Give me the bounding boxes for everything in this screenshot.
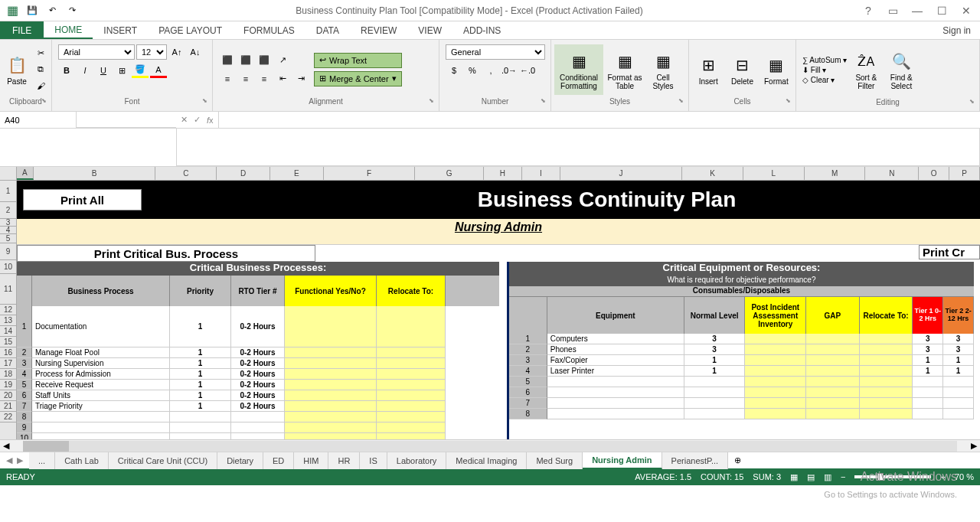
equipment-row[interactable]: 5 <box>509 377 974 387</box>
underline-icon[interactable]: U <box>95 63 112 78</box>
italic-icon[interactable]: I <box>77 63 93 78</box>
process-row[interactable]: 7Triage Priority10-2 Hours <box>17 401 499 412</box>
tab-review[interactable]: REVIEW <box>350 21 407 39</box>
row-header-2[interactable]: 2 <box>0 202 16 219</box>
format-painter-icon[interactable]: 🖌 <box>32 78 49 93</box>
sort-filter-button[interactable]: ẐASort & Filter <box>850 44 882 95</box>
sheet-tab-critical-care-unit-ccu-[interactable]: Critical Care Unit (CCU) <box>109 452 217 469</box>
row-header-10[interactable]: 10 <box>0 260 16 274</box>
zoom-out-icon[interactable]: − <box>841 472 845 481</box>
font-name-select[interactable]: Arial <box>58 44 135 60</box>
tab-home[interactable]: HOME <box>44 21 93 39</box>
fx-icon[interactable]: fx <box>207 116 214 125</box>
row-header-22[interactable]: 22 <box>0 412 16 422</box>
print-critical-equipment-button[interactable]: Print Cr <box>919 245 980 259</box>
percent-icon[interactable]: % <box>464 63 481 78</box>
delete-cells-button[interactable]: ⊟Delete <box>726 44 758 95</box>
autosum-button[interactable]: ∑ AutoSum ▾ <box>802 56 847 64</box>
decrease-indent-icon[interactable]: ⇤ <box>274 71 291 86</box>
sheet-nav-first-icon[interactable]: ◀ <box>6 455 12 465</box>
row-header-20[interactable]: 20 <box>0 390 16 401</box>
tab-insert[interactable]: INSERT <box>93 21 148 39</box>
col-header-I[interactable]: I <box>522 167 560 180</box>
clear-button[interactable]: ◇ Clear ▾ <box>802 76 847 84</box>
find-select-button[interactable]: 🔍Find & Select <box>885 44 917 95</box>
process-row[interactable]: 10 <box>17 433 499 439</box>
sheet-nav-last-icon[interactable]: ▶ <box>17 455 23 465</box>
name-box[interactable]: A40 <box>0 112 77 128</box>
col-header-B[interactable]: B <box>34 167 156 180</box>
row-header-11[interactable]: 11 <box>0 274 16 305</box>
tab-addins[interactable]: ADD-INS <box>452 21 511 39</box>
row-header-13[interactable]: 13 <box>0 315 16 326</box>
bold-icon[interactable]: B <box>58 63 75 78</box>
align-left-icon[interactable]: ≡ <box>219 71 236 86</box>
align-center-icon[interactable]: ≡ <box>237 71 254 86</box>
equipment-row[interactable]: 8 <box>509 409 974 419</box>
increase-indent-icon[interactable]: ⇥ <box>292 71 309 86</box>
col-header-J[interactable]: J <box>560 167 683 180</box>
font-size-select[interactable]: 12 <box>136 44 167 60</box>
view-pagebreak-icon[interactable]: ▥ <box>824 472 831 482</box>
print-all-button[interactable]: Print All <box>23 189 142 210</box>
row-header-16[interactable]: 16 <box>0 347 16 358</box>
process-row[interactable]: 8 <box>17 412 499 422</box>
align-middle-icon[interactable]: ⬛ <box>237 53 254 68</box>
copy-icon[interactable]: ⧉ <box>32 62 49 77</box>
equipment-row[interactable]: 6 <box>509 387 974 398</box>
equipment-row[interactable]: 4Laser Printer111 <box>509 366 974 377</box>
sheet-tab--[interactable]: ... <box>29 452 55 469</box>
sheet-tab-dietary[interactable]: Dietary <box>217 452 263 469</box>
save-icon[interactable]: 💾 <box>23 3 41 18</box>
cut-icon[interactable]: ✂ <box>32 46 49 61</box>
orientation-icon[interactable]: ↗ <box>274 53 291 68</box>
row-header-5[interactable]: 5 <box>0 234 16 243</box>
equipment-row[interactable]: 3Fax/Copier111 <box>509 355 974 366</box>
formula-expand-area[interactable] <box>176 129 980 166</box>
ribbon-options-icon[interactable]: ▭ <box>882 3 903 18</box>
view-pagelayout-icon[interactable]: ▤ <box>807 472 815 482</box>
signin-link[interactable]: Sign in <box>933 21 980 39</box>
border-icon[interactable]: ⊞ <box>113 63 130 78</box>
row-header-14[interactable]: 14 <box>0 326 16 337</box>
col-header-D[interactable]: D <box>217 167 270 180</box>
format-as-table-button[interactable]: ▦Format as Table <box>605 44 645 95</box>
increase-decimal-icon[interactable]: .0→ <box>501 63 518 78</box>
col-header-H[interactable]: H <box>484 167 522 180</box>
spreadsheet-grid[interactable]: ABCDEFGHIJKLMNOP 12345910111213141516171… <box>0 167 980 439</box>
undo-icon[interactable]: ↶ <box>43 3 61 18</box>
new-sheet-icon[interactable]: ⊕ <box>728 455 747 465</box>
sheet-tab-cath-lab[interactable]: Cath Lab <box>55 452 109 469</box>
zoom-in-icon[interactable]: + <box>940 472 945 481</box>
col-header-M[interactable]: M <box>805 167 866 180</box>
sheet-tab-medical-imaging[interactable]: Medical Imaging <box>446 452 527 469</box>
sheet-tab-nursing-admin[interactable]: Nursing Admin <box>583 452 662 469</box>
tab-view[interactable]: VIEW <box>407 21 452 39</box>
sheet-tab-ed[interactable]: ED <box>263 452 294 469</box>
format-cells-button[interactable]: ▦Format <box>760 44 792 95</box>
col-header-G[interactable]: G <box>415 167 484 180</box>
col-header-F[interactable]: F <box>324 167 416 180</box>
sheet-tab-hr[interactable]: HR <box>328 452 360 469</box>
align-right-icon[interactable]: ≡ <box>256 71 273 86</box>
align-top-icon[interactable]: ⬛ <box>219 53 236 68</box>
sheet-tab-med-surg[interactable]: Med Surg <box>527 452 583 469</box>
sheet-tab-him[interactable]: HIM <box>294 452 328 469</box>
col-header-P[interactable]: P <box>949 167 980 180</box>
horizontal-scrollbar[interactable]: ◀▶ <box>0 439 980 452</box>
col-header-L[interactable]: L <box>743 167 805 180</box>
process-row[interactable]: 4Process for Admission10-2 Hours <box>17 369 499 380</box>
process-row[interactable]: 6Staff Units10-2 Hours <box>17 390 499 401</box>
row-header-21[interactable]: 21 <box>0 401 16 412</box>
row-header-17[interactable]: 17 <box>0 358 16 369</box>
equipment-row[interactable]: 2Phones333 <box>509 344 974 355</box>
row-header-4[interactable]: 4 <box>0 227 16 234</box>
col-header-O[interactable]: O <box>919 167 949 180</box>
conditional-formatting-button[interactable]: ▦Conditional Formatting <box>554 44 603 95</box>
tab-data[interactable]: DATA <box>305 21 350 39</box>
equipment-row[interactable]: 1Computers333 <box>509 334 974 344</box>
zoom-slider[interactable] <box>854 475 931 478</box>
formula-input[interactable] <box>219 112 980 128</box>
row-header-1[interactable]: 1 <box>0 181 16 202</box>
equipment-row[interactable]: 7 <box>509 398 974 409</box>
